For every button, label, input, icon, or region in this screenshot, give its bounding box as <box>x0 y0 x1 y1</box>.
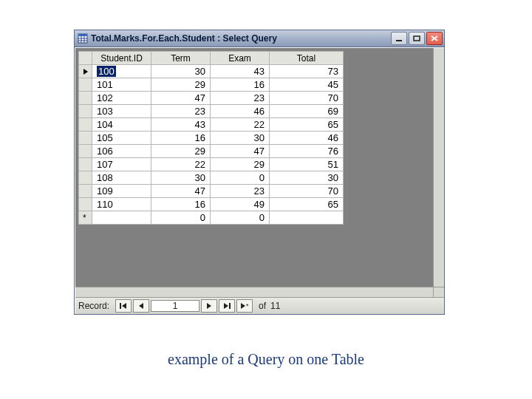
cell-student-id[interactable]: 100 <box>92 65 151 78</box>
cell-total[interactable]: 70 <box>270 92 344 105</box>
record-number-input[interactable]: 1 <box>151 300 200 312</box>
cell-total[interactable]: 70 <box>270 185 344 198</box>
cell-student-id[interactable]: 101 <box>92 78 151 92</box>
row-selector[interactable]: * <box>79 211 92 225</box>
cell-term[interactable]: 30 <box>151 171 211 185</box>
close-button[interactable] <box>426 32 443 45</box>
table-row[interactable]: 109472370 <box>79 185 344 198</box>
datasheet-grid: Student.ID Term Exam Total 1003043731012… <box>75 48 444 225</box>
row-selector[interactable] <box>79 158 92 171</box>
cell-total[interactable]: 30 <box>270 171 344 185</box>
cell-total[interactable]: 45 <box>270 78 344 92</box>
cell-student-id[interactable]: 104 <box>92 118 151 132</box>
row-selector[interactable] <box>79 92 92 105</box>
col-header-total[interactable]: Total <box>270 52 344 65</box>
maximize-button[interactable] <box>409 32 425 45</box>
titlebar[interactable]: Total.Marks.For.Each.Student : Select Qu… <box>75 30 444 47</box>
table-row[interactable]: 107222951 <box>79 158 344 171</box>
table-row[interactable]: 104432265 <box>79 118 344 132</box>
current-record-icon <box>79 68 92 75</box>
of-label: of <box>259 301 266 311</box>
cell-student-id[interactable]: 109 <box>92 185 151 198</box>
data-table[interactable]: Student.ID Term Exam Total 1003043731012… <box>78 51 344 225</box>
svg-rect-7 <box>414 36 420 41</box>
cell-total[interactable]: 73 <box>270 65 344 78</box>
col-header-exam[interactable]: Exam <box>211 52 270 65</box>
cell-exam[interactable]: 29 <box>211 158 270 171</box>
table-row[interactable]: 105163046 <box>79 132 344 145</box>
record-total: 11 <box>270 301 280 311</box>
table-row[interactable]: 102472370 <box>79 92 344 105</box>
cell-term[interactable]: 23 <box>151 105 211 118</box>
prev-record-button[interactable] <box>133 299 149 313</box>
cell-total[interactable]: 46 <box>270 132 344 145</box>
new-record-row[interactable]: *00 <box>79 211 344 225</box>
last-record-button[interactable] <box>219 299 235 313</box>
cell-exam[interactable]: 23 <box>211 185 270 198</box>
row-selector[interactable] <box>79 105 92 118</box>
cell-exam[interactable]: 30 <box>211 132 270 145</box>
cell-student-id[interactable]: 108 <box>92 171 151 185</box>
cell-exam[interactable]: 16 <box>211 78 270 92</box>
cell-total[interactable]: 51 <box>270 158 344 171</box>
row-selector[interactable] <box>79 185 92 198</box>
table-row[interactable]: 110164965 <box>79 198 344 211</box>
select-all-corner[interactable] <box>79 52 92 65</box>
resize-grip-icon[interactable] <box>433 287 444 298</box>
cell-term[interactable]: 43 <box>151 118 211 132</box>
cell-total[interactable]: 69 <box>270 105 344 118</box>
cell-term[interactable]: 30 <box>151 65 211 78</box>
row-selector[interactable] <box>79 171 92 185</box>
table-row[interactable]: 101291645 <box>79 78 344 92</box>
cell-student-id[interactable]: 107 <box>92 158 151 171</box>
cell-exam[interactable]: 22 <box>211 118 270 132</box>
cell-exam[interactable]: 0 <box>211 171 270 185</box>
cell-term[interactable]: 22 <box>151 158 211 171</box>
new-record-icon: * <box>79 214 92 222</box>
row-selector[interactable] <box>79 132 92 145</box>
new-record-button[interactable]: * <box>236 299 253 313</box>
next-record-button[interactable] <box>201 299 217 313</box>
cell-exam[interactable]: 46 <box>211 105 270 118</box>
vertical-scrollbar[interactable] <box>433 48 444 287</box>
first-record-button[interactable] <box>115 299 132 313</box>
cell-exam[interactable]: 0 <box>211 211 270 225</box>
row-selector[interactable] <box>79 65 92 78</box>
cell-student-id[interactable] <box>92 211 151 225</box>
col-header-student-id[interactable]: Student.ID <box>92 52 151 65</box>
cell-exam[interactable]: 47 <box>211 145 270 158</box>
row-selector[interactable] <box>79 78 92 92</box>
col-header-term[interactable]: Term <box>151 52 211 65</box>
cell-total[interactable]: 65 <box>270 198 344 211</box>
table-row[interactable]: 106294776 <box>79 145 344 158</box>
svg-rect-6 <box>396 40 402 41</box>
cell-term[interactable]: 0 <box>151 211 211 225</box>
cell-exam[interactable]: 49 <box>211 198 270 211</box>
cell-term[interactable]: 29 <box>151 78 211 92</box>
client-area: Student.ID Term Exam Total 1003043731012… <box>75 47 444 314</box>
horizontal-scrollbar[interactable] <box>75 287 434 298</box>
cell-exam[interactable]: 43 <box>211 65 270 78</box>
table-row[interactable]: 103234669 <box>79 105 344 118</box>
row-selector[interactable] <box>79 145 92 158</box>
cell-student-id[interactable]: 110 <box>92 198 151 211</box>
cell-exam[interactable]: 23 <box>211 92 270 105</box>
cell-term[interactable]: 47 <box>151 185 211 198</box>
cell-term[interactable]: 29 <box>151 145 211 158</box>
cell-student-id[interactable]: 106 <box>92 145 151 158</box>
cell-total[interactable]: 65 <box>270 118 344 132</box>
row-selector[interactable] <box>79 198 92 211</box>
table-row[interactable]: 10830030 <box>79 171 344 185</box>
cell-term[interactable]: 16 <box>151 132 211 145</box>
table-row[interactable]: 100304373 <box>79 65 344 78</box>
cell-student-id[interactable]: 102 <box>92 92 151 105</box>
minimize-button[interactable] <box>391 32 407 45</box>
row-selector[interactable] <box>79 118 92 132</box>
cell-total[interactable]: 76 <box>270 145 344 158</box>
cell-term[interactable]: 16 <box>151 198 211 211</box>
cell-student-id[interactable]: 103 <box>92 105 151 118</box>
figure-caption: example of a Query on one Table <box>0 351 532 368</box>
cell-student-id[interactable]: 105 <box>92 132 151 145</box>
cell-total[interactable] <box>270 211 344 225</box>
cell-term[interactable]: 47 <box>151 92 211 105</box>
